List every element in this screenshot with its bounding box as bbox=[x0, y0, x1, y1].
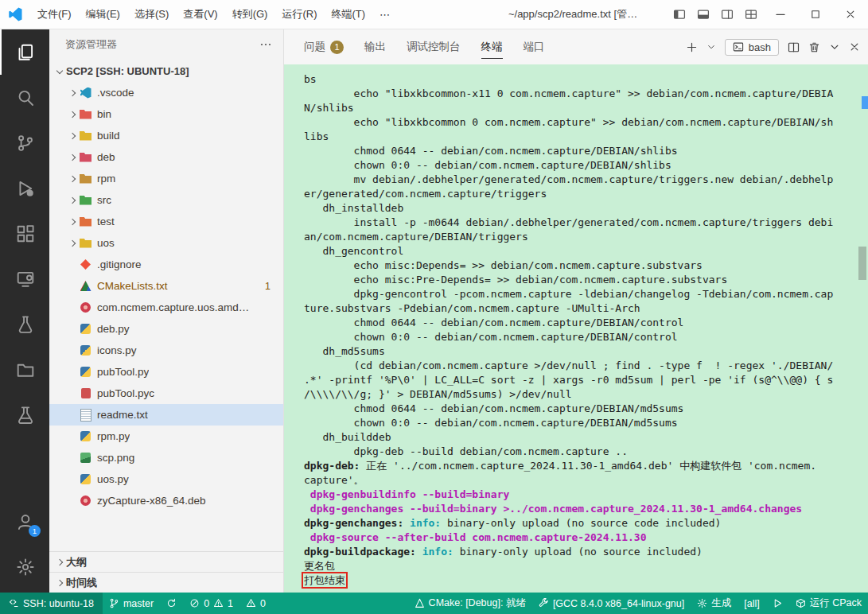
panel-chevron-icon[interactable] bbox=[829, 41, 840, 52]
status-item-cmake-kit[interactable]: [GCC 8.4.0 x86_64-linux-gnu] bbox=[532, 593, 691, 614]
activity-item-explorer[interactable] bbox=[0, 29, 49, 75]
terminal-output[interactable]: bs echo "libxkbcommon-x11 0 com.ncmem.ca… bbox=[284, 64, 868, 593]
warning-icon bbox=[213, 598, 224, 608]
terminal-instance-selector[interactable]: bash bbox=[725, 39, 779, 56]
split-terminal-icon[interactable] bbox=[788, 41, 800, 53]
activity-item-remote-explorer[interactable] bbox=[0, 256, 49, 301]
activity-item-run-debug[interactable] bbox=[0, 165, 49, 211]
layout-secondary-sidebar-icon[interactable] bbox=[715, 8, 739, 21]
panel-tab-debug-console[interactable]: 调试控制台 bbox=[407, 29, 461, 64]
terminal-line: install -p -m0644 debian/.debhelper/gene… bbox=[304, 216, 857, 230]
tree-item[interactable]: test bbox=[49, 211, 283, 232]
kill-terminal-icon[interactable] bbox=[808, 41, 820, 53]
new-terminal-icon[interactable] bbox=[686, 41, 698, 53]
activity-item-source-control[interactable] bbox=[0, 120, 49, 165]
tree-item[interactable]: pubTool.py bbox=[49, 361, 283, 383]
tree-item[interactable]: build bbox=[49, 125, 283, 146]
tree-item[interactable]: .gitignore bbox=[49, 254, 283, 275]
tree-item[interactable]: deb.py bbox=[49, 318, 283, 340]
sidebar-section[interactable]: 大纲 bbox=[49, 551, 283, 572]
menu-item[interactable]: 转到(G) bbox=[225, 0, 275, 29]
chevron-right-icon bbox=[65, 495, 79, 507]
activity-item-extensions[interactable] bbox=[0, 211, 49, 256]
status-item-sync[interactable] bbox=[160, 593, 183, 614]
minimize-button[interactable] bbox=[763, 0, 798, 29]
chevron-right-icon bbox=[65, 258, 79, 271]
accounts-button[interactable]: 1 bbox=[0, 499, 49, 544]
panel-tab-output[interactable]: 输出 bbox=[364, 29, 386, 64]
menu-item[interactable]: 查看(V) bbox=[176, 0, 224, 29]
tree-item[interactable]: CMakeLists.txt 1 bbox=[49, 275, 283, 297]
tree-item[interactable]: rpm bbox=[49, 168, 283, 189]
terminal-line: dpkg-genbuildinfo --build=binary bbox=[304, 488, 857, 502]
tree-item[interactable]: readme.txt bbox=[49, 404, 283, 426]
tree-item[interactable]: pubTool.pyc bbox=[49, 383, 283, 404]
close-button[interactable] bbox=[833, 0, 868, 29]
terminal-line: dh_builddeb bbox=[304, 430, 857, 445]
file-icon bbox=[79, 387, 92, 400]
menu-item[interactable]: 编辑(E) bbox=[79, 0, 127, 29]
scrollbar-thumb[interactable] bbox=[858, 247, 866, 280]
activity-item-lab[interactable] bbox=[0, 392, 49, 437]
settings-button[interactable] bbox=[0, 544, 49, 589]
folder-icon bbox=[16, 360, 35, 379]
panel-tab-ports[interactable]: 端口 bbox=[524, 29, 545, 64]
layout-panel-icon[interactable] bbox=[691, 8, 715, 21]
tree-item[interactable]: uos.py bbox=[49, 468, 283, 490]
status-item-debug-launch[interactable] bbox=[766, 593, 789, 614]
explorer-root-folder[interactable]: SCP2 [SSH: UBUNTU-18] bbox=[49, 60, 283, 82]
chevron-right-icon bbox=[65, 430, 79, 443]
tree-item[interactable]: zyCapture-x86_64.deb bbox=[49, 490, 283, 511]
files-icon bbox=[16, 43, 35, 62]
terminal-dropdown-icon[interactable] bbox=[706, 42, 716, 52]
menu-bar: 文件(F)编辑(E)选择(S)查看(V)转到(G)运行(R)终端(T)⋯ bbox=[30, 0, 397, 29]
panel-tab-problems[interactable]: 问题 1 bbox=[304, 29, 344, 64]
layout-customize-icon[interactable] bbox=[739, 8, 763, 21]
menu-item[interactable]: ⋯ bbox=[372, 0, 397, 29]
chevron-right-icon bbox=[65, 280, 79, 293]
status-item-build-target[interactable]: [all] bbox=[738, 593, 765, 614]
status-item-problems[interactable]: 0 1 bbox=[183, 593, 239, 614]
warning-icon bbox=[246, 598, 256, 608]
tree-item[interactable]: bin bbox=[49, 103, 283, 125]
terminal-line: chown 0:0 -- debian/com.ncmem.capture/DE… bbox=[304, 416, 857, 430]
status-item-remote[interactable]: SSH: ubuntu-18 bbox=[0, 593, 103, 614]
panel-tab-terminal[interactable]: 终端 bbox=[481, 29, 503, 64]
tree-item[interactable]: rpm.py bbox=[49, 426, 283, 447]
chevron-right-icon bbox=[65, 323, 79, 336]
menu-item[interactable]: 选择(S) bbox=[127, 0, 176, 29]
terminal-line: dpkg-genchanges: info: binary-only uploa… bbox=[304, 516, 857, 530]
status-item-cmake-status[interactable]: CMake: [Debug]: 就绪 bbox=[408, 593, 532, 614]
status-item-branch[interactable]: master bbox=[103, 593, 160, 614]
gear-icon bbox=[16, 558, 35, 577]
file-tree: .vscode bin build bbox=[49, 82, 283, 511]
activity-item-search[interactable] bbox=[0, 75, 49, 120]
section-label: 大纲 bbox=[66, 555, 87, 569]
tree-item[interactable]: .vscode bbox=[49, 82, 283, 103]
menu-item[interactable]: 运行(R) bbox=[274, 0, 324, 29]
more-actions-icon[interactable] bbox=[259, 38, 272, 51]
maximize-button[interactable] bbox=[798, 0, 833, 29]
tree-item[interactable]: uos bbox=[49, 232, 283, 254]
activity-item-testing[interactable] bbox=[0, 301, 49, 347]
tree-item[interactable]: com.ncmem.capture.uos.amd… bbox=[49, 297, 283, 318]
tree-item[interactable]: icons.py bbox=[49, 340, 283, 361]
panel-header: 问题 1 输出 调试控制台 终端 bbox=[284, 29, 868, 64]
cmake-icon bbox=[415, 598, 425, 608]
tree-item[interactable]: deb bbox=[49, 146, 283, 168]
sidebar-section[interactable]: 时间线 bbox=[49, 572, 283, 593]
status-item-warnings-extra[interactable]: 0 bbox=[239, 593, 272, 614]
status-item-run-cpack[interactable]: 运行 CPack bbox=[789, 593, 868, 614]
file-icon bbox=[79, 430, 92, 443]
activity-item-project-folder[interactable] bbox=[0, 347, 49, 392]
menu-item[interactable]: 终端(T) bbox=[324, 0, 372, 29]
terminal-line: er/generated/com.ncmem.capture/triggers bbox=[304, 187, 857, 201]
status-item-cmake-build[interactable]: 生成 bbox=[691, 593, 738, 614]
close-panel-icon[interactable] bbox=[849, 41, 860, 52]
tree-item[interactable]: scp.png bbox=[49, 447, 283, 468]
layout-sidebar-icon[interactable] bbox=[668, 8, 691, 21]
terminal-line: capture'。 bbox=[304, 473, 857, 488]
file-icon bbox=[79, 280, 92, 293]
menu-item[interactable]: 文件(F) bbox=[30, 0, 79, 29]
tree-item[interactable]: src bbox=[49, 189, 283, 211]
